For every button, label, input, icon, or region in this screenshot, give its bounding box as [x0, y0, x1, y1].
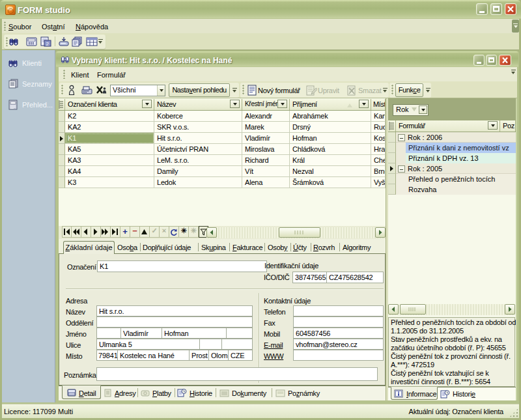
svg-text:2: 2: [46, 41, 49, 47]
